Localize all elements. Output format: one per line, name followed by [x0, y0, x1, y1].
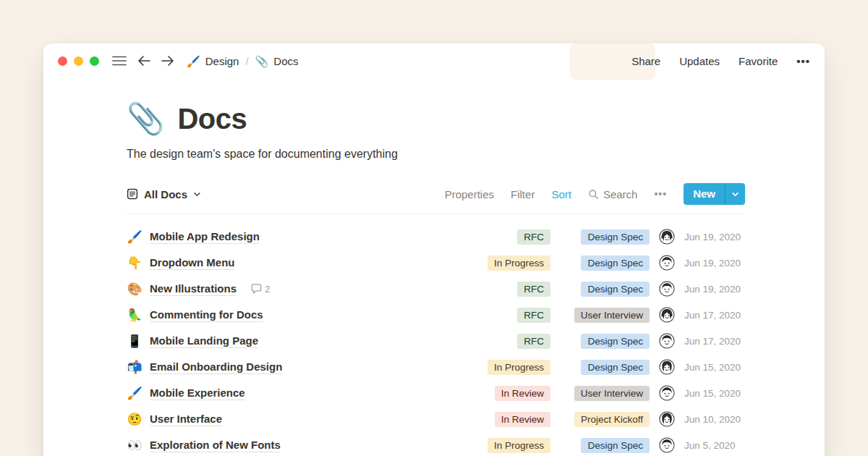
avatar[interactable]: [659, 229, 675, 245]
tag-pill[interactable]: User Interview: [574, 308, 650, 323]
status-pill[interactable]: In Review: [495, 386, 550, 401]
doc-name-cell: 🖌️ Mobile Experience: [127, 387, 469, 400]
traffic-light[interactable]: [74, 56, 83, 66]
updates-button[interactable]: Updates: [679, 55, 720, 67]
avatar[interactable]: [659, 385, 675, 401]
doc-date: Jun 15, 2020: [684, 388, 745, 399]
table-row: 👇 Dropdown Menu In Progress Design Spec …: [127, 250, 745, 276]
back-arrow-icon[interactable]: [137, 55, 151, 67]
properties-button[interactable]: Properties: [445, 188, 494, 200]
table-row: 📬 Email Onboarding Design In Progress De…: [127, 354, 745, 380]
doc-name-cell: 🎨 New Illustrations 2: [127, 282, 469, 296]
tag-pill[interactable]: Design Spec: [581, 229, 650, 245]
status-pill[interactable]: RFC: [517, 229, 550, 245]
breadcrumb-item-docs[interactable]: 📎 Docs: [255, 55, 299, 67]
status-pill[interactable]: RFC: [517, 334, 550, 349]
status-cell: In Review: [478, 412, 550, 427]
tag-pill[interactable]: User Interview: [574, 386, 650, 401]
tag-pill[interactable]: Design Spec: [581, 360, 650, 375]
comment-bubble-icon: [251, 284, 262, 294]
doc-title-link[interactable]: User Interface: [150, 413, 222, 426]
doc-title-link[interactable]: Mobile Experience: [150, 387, 245, 400]
tag-pill[interactable]: Project Kickoff: [574, 412, 650, 427]
paperclip-icon: 📎: [255, 56, 269, 67]
doc-date: Jun 19, 2020: [684, 232, 745, 242]
status-cell: RFC: [478, 282, 550, 297]
page-paperclip-icon[interactable]: 📎: [127, 104, 164, 134]
table-row: 🤨 User Interface In Review Project Kicko…: [127, 406, 745, 432]
doc-title-link[interactable]: Commenting for Docs: [150, 308, 263, 322]
more-options-icon[interactable]: •••: [796, 55, 810, 67]
doc-title-link[interactable]: New Illustrations: [150, 282, 237, 296]
page-subtitle[interactable]: The design team's space for documenting …: [127, 148, 745, 161]
status-pill[interactable]: RFC: [517, 282, 550, 297]
avatar[interactable]: [659, 255, 675, 271]
traffic-lights: [58, 56, 99, 66]
avatar[interactable]: [659, 333, 675, 349]
doc-title-link[interactable]: Mobile App Redesign: [150, 230, 260, 244]
tag-pill[interactable]: Design Spec: [581, 438, 650, 453]
search-icon: [588, 189, 599, 200]
new-button[interactable]: New: [684, 183, 745, 205]
avatar[interactable]: [659, 359, 675, 375]
doc-title-link[interactable]: Email Onboarding Design: [150, 360, 282, 374]
tag-pill[interactable]: Design Spec: [581, 334, 650, 349]
app-window: 🖌️ Design / 📎 Docs Share Updates Favorit…: [43, 43, 825, 456]
status-cell: In Review: [478, 386, 550, 401]
breadcrumb-label: Docs: [273, 55, 298, 67]
doc-date: Jun 10, 2020: [684, 414, 745, 425]
page-title[interactable]: Docs: [177, 101, 247, 136]
topbar-actions: Share Updates Favorite •••: [631, 55, 810, 67]
avatar[interactable]: [659, 307, 675, 323]
status-pill[interactable]: In Progress: [488, 360, 550, 375]
view-switcher[interactable]: All Docs: [127, 188, 201, 200]
comment-count: 2: [265, 284, 271, 295]
table-row: 🎨 New Illustrations 2 RFC Design Spec Ju…: [127, 276, 745, 302]
page-header: 📎 Docs: [127, 101, 745, 136]
doc-emoji-icon: 👇: [127, 257, 142, 269]
share-button[interactable]: Share: [631, 55, 660, 67]
new-button-label[interactable]: New: [684, 183, 725, 205]
doc-emoji-icon: 📬: [127, 361, 142, 373]
doc-emoji-icon: 🖌️: [127, 387, 142, 400]
table-row: 🦜 Commenting for Docs RFC User Interview…: [127, 302, 745, 328]
status-pill[interactable]: In Progress: [488, 438, 550, 453]
tag-cell: Design Spec: [560, 256, 650, 271]
menu-icon[interactable]: [112, 55, 127, 67]
list-view-icon: [127, 188, 138, 200]
doc-date: Jun 17, 2020: [684, 336, 745, 347]
doc-date: Jun 17, 2020: [684, 310, 745, 321]
doc-emoji-icon: 🦜: [127, 309, 142, 321]
new-button-chevron-icon[interactable]: [725, 183, 745, 205]
doc-name-cell: 📬 Email Onboarding Design: [127, 360, 469, 374]
doc-title-link[interactable]: Exploration of New Fonts: [150, 439, 281, 452]
tag-pill[interactable]: Design Spec: [581, 256, 650, 271]
comment-indicator[interactable]: 2: [251, 284, 271, 295]
favorite-button[interactable]: Favorite: [739, 55, 778, 67]
avatar[interactable]: [659, 437, 675, 453]
traffic-light[interactable]: [58, 56, 67, 66]
status-pill[interactable]: RFC: [517, 308, 550, 323]
filter-button[interactable]: Filter: [511, 188, 535, 200]
status-pill[interactable]: In Progress: [488, 256, 550, 271]
avatar[interactable]: [659, 411, 675, 427]
search-button[interactable]: Search: [588, 188, 638, 200]
sort-button[interactable]: Sort: [551, 188, 571, 200]
forward-arrow-icon[interactable]: [161, 55, 174, 67]
breadcrumb-label: Design: [205, 55, 239, 67]
avatar[interactable]: [659, 281, 675, 297]
toolbar-more-icon[interactable]: •••: [654, 188, 667, 200]
tag-pill[interactable]: Design Spec: [581, 282, 650, 297]
traffic-light[interactable]: [90, 56, 99, 66]
doc-date: Jun 5, 2020: [684, 440, 745, 451]
doc-name-cell: 🖌️ Mobile App Redesign: [127, 230, 469, 244]
page-body: 📎 Docs The design team's space for docum…: [43, 78, 825, 456]
status-cell: In Progress: [478, 438, 550, 453]
status-pill[interactable]: In Review: [495, 412, 550, 427]
search-label: Search: [603, 188, 638, 200]
doc-title-link[interactable]: Dropdown Menu: [150, 256, 234, 270]
doc-title-link[interactable]: Mobile Landing Page: [150, 334, 258, 348]
doc-name-cell: 👀 Exploration of New Fonts: [127, 439, 469, 452]
doc-date: Jun 19, 2020: [684, 258, 745, 269]
breadcrumb-item-design[interactable]: 🖌️ Design: [187, 55, 239, 67]
